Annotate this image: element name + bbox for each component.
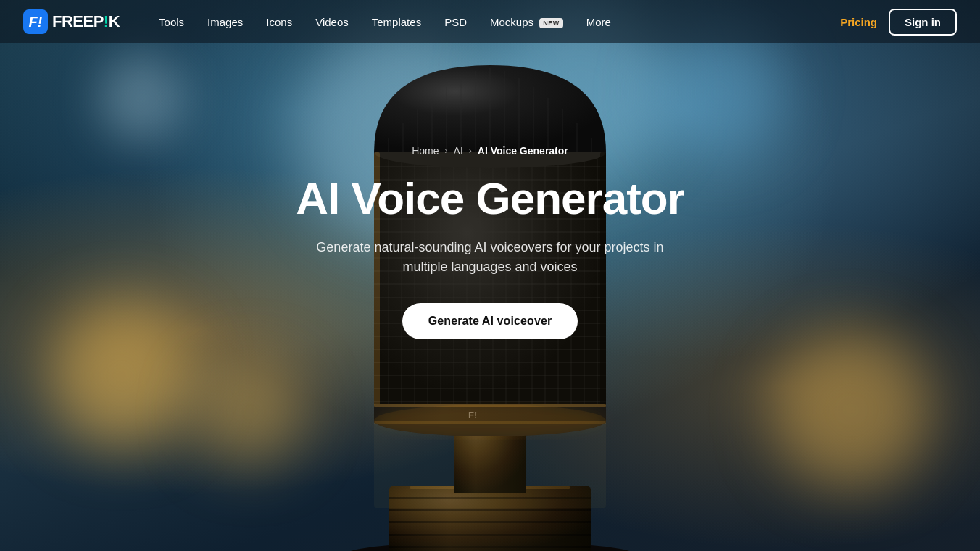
- logo-text: FREEP!K: [52, 12, 120, 31]
- nav-item-psd[interactable]: PSD: [434, 10, 477, 34]
- nav-item-mockups[interactable]: Mockups NEW: [480, 10, 573, 34]
- breadcrumb-sep-1: ›: [445, 146, 448, 156]
- nav-item-videos[interactable]: Videos: [305, 10, 359, 34]
- navbar: F! FREEP!K Tools Images Icons Videos Tem…: [0, 0, 980, 44]
- logo-icon: F!: [23, 9, 48, 34]
- breadcrumb-ai[interactable]: AI: [454, 145, 463, 157]
- signin-button[interactable]: Sign in: [889, 9, 957, 36]
- hero-content: Home › AI › AI Voice Generator AI Voice …: [0, 0, 980, 551]
- nav-item-templates[interactable]: Templates: [362, 10, 431, 34]
- new-badge: NEW: [539, 18, 563, 28]
- hero-subtitle: Generate natural-sounding AI voiceovers …: [316, 238, 664, 277]
- nav-links: Tools Images Icons Videos Templates PSD …: [149, 10, 840, 34]
- breadcrumb: Home › AI › AI Voice Generator: [412, 145, 568, 157]
- nav-item-images[interactable]: Images: [197, 10, 253, 34]
- nav-item-tools[interactable]: Tools: [149, 10, 194, 34]
- nav-item-icons[interactable]: Icons: [256, 10, 302, 34]
- breadcrumb-sep-2: ›: [469, 146, 472, 156]
- nav-right: Pricing Sign in: [840, 9, 957, 36]
- nav-item-more[interactable]: More: [576, 10, 621, 34]
- logo[interactable]: F! FREEP!K: [23, 9, 120, 34]
- generate-voiceover-button[interactable]: Generate AI voiceover: [402, 303, 578, 339]
- breadcrumb-home[interactable]: Home: [412, 145, 439, 157]
- page-title: AI Voice Generator: [296, 174, 684, 223]
- pricing-link[interactable]: Pricing: [840, 16, 877, 28]
- breadcrumb-current: AI Voice Generator: [478, 145, 568, 157]
